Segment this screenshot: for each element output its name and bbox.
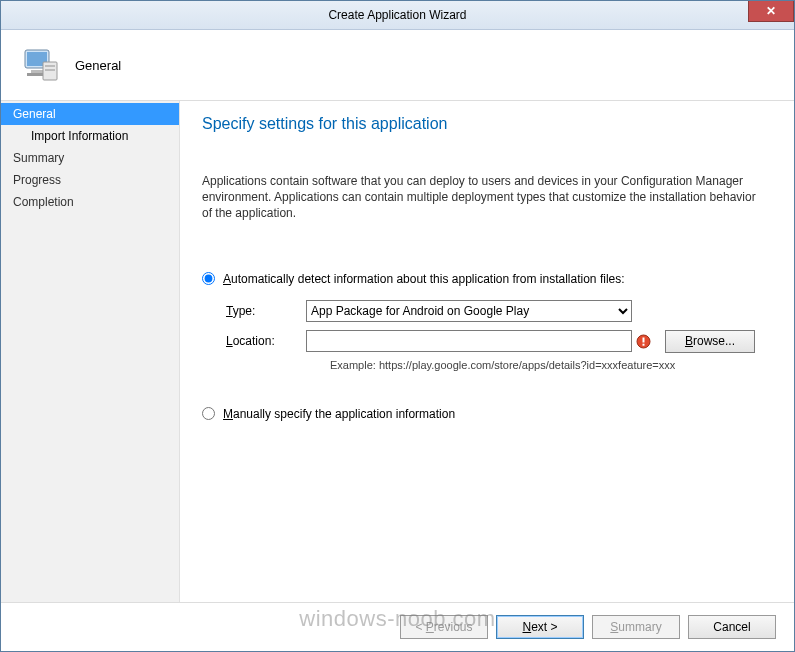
close-button[interactable]: ✕ [748,1,794,22]
auto-detect-form: Type: App Package for Android on Google … [226,300,772,371]
sidebar-item-label: Summary [13,151,64,165]
close-icon: ✕ [766,4,776,18]
sidebar: General Import Information Summary Progr… [1,101,180,602]
wizard-body: General Import Information Summary Progr… [1,101,794,602]
radio-manual[interactable] [202,407,215,420]
next-button[interactable]: Next > [496,615,584,639]
option-auto-detect[interactable]: Automatically detect information about t… [202,272,772,286]
location-input[interactable] [306,330,632,352]
previous-button: < Previous [400,615,488,639]
wizard-window: Create Application Wizard ✕ General Gene… [0,0,795,652]
sidebar-item-import-information[interactable]: Import Information [1,125,179,147]
radio-auto-detect-label: Automatically detect information about t… [223,272,625,286]
svg-rect-8 [643,337,645,342]
summary-button: Summary [592,615,680,639]
radio-auto-detect[interactable] [202,272,215,285]
window-title: Create Application Wizard [1,8,794,22]
sidebar-item-label: Completion [13,195,74,209]
error-icon [636,334,651,349]
option-manual[interactable]: Manually specify the application informa… [202,407,772,421]
content-pane: Specify settings for this application Ap… [180,101,794,602]
sidebar-item-label: General [13,107,56,121]
page-description: Applications contain software that you c… [202,173,762,222]
location-label: Location: [226,334,306,348]
page-heading: Specify settings for this application [202,115,772,133]
svg-rect-9 [643,343,645,345]
sidebar-item-completion[interactable]: Completion [1,191,179,213]
radio-manual-label: Manually specify the application informa… [223,407,455,421]
titlebar: Create Application Wizard ✕ [1,1,794,30]
computer-icon [19,44,59,87]
cancel-button[interactable]: Cancel [688,615,776,639]
wizard-header: General [1,30,794,101]
sidebar-item-general[interactable]: General [1,103,179,125]
sidebar-item-label: Import Information [31,129,128,143]
location-example: Example: https://play.google.com/store/a… [330,359,772,371]
svg-rect-6 [45,69,55,71]
sidebar-item-label: Progress [13,173,61,187]
wizard-footer: windows-noob.com < Previous Next > Summa… [1,602,794,651]
sidebar-item-progress[interactable]: Progress [1,169,179,191]
type-select[interactable]: App Package for Android on Google Play [306,300,632,322]
header-label: General [75,58,121,73]
sidebar-item-summary[interactable]: Summary [1,147,179,169]
browse-button[interactable]: Browse... [665,330,755,353]
type-label: Type: [226,304,306,318]
svg-rect-5 [45,65,55,67]
svg-rect-2 [31,70,43,73]
